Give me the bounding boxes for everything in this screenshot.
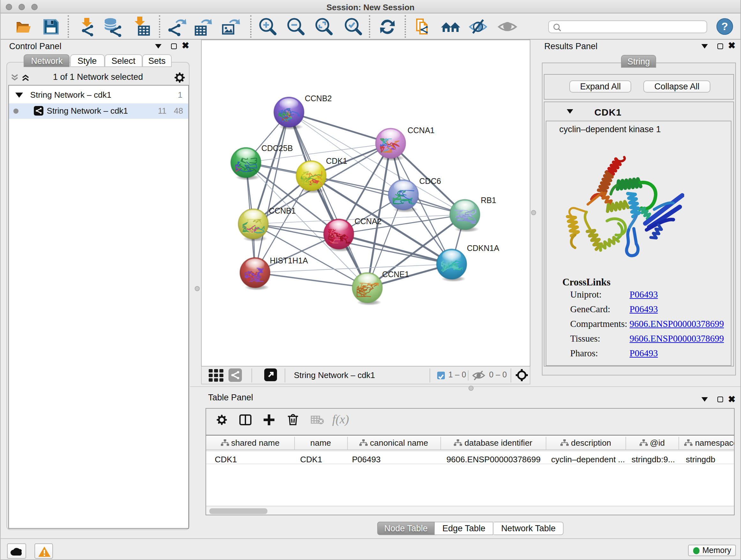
- svg-text:CCNA1: CCNA1: [407, 126, 434, 135]
- svg-text:CDC25B: CDC25B: [261, 144, 293, 152]
- svg-text:RB1: RB1: [480, 196, 496, 205]
- svg-text:CCNB1: CCNB1: [268, 206, 295, 215]
- svg-text:CCNA2: CCNA2: [354, 217, 381, 226]
- svg-text:CDC6: CDC6: [419, 177, 441, 186]
- svg-text:HIST1H1A: HIST1H1A: [269, 256, 308, 265]
- svg-text:?: ?: [722, 20, 728, 32]
- svg-text:CDKN1A: CDKN1A: [467, 244, 499, 253]
- svg-text:CCNE1: CCNE1: [382, 270, 409, 279]
- svg-text:CDK1: CDK1: [326, 157, 347, 165]
- svg-text:CCNB2: CCNB2: [305, 94, 332, 103]
